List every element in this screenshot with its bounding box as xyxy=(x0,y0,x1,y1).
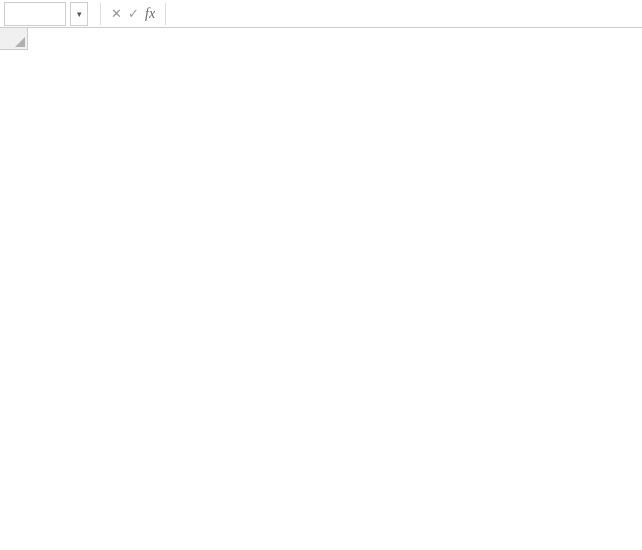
formula-controls: ✕ ✓ fx xyxy=(105,6,161,22)
enter-icon[interactable]: ✓ xyxy=(128,6,139,21)
chevron-down-icon: ▾ xyxy=(77,9,82,19)
divider xyxy=(165,3,166,25)
name-box[interactable] xyxy=(4,2,66,26)
cancel-icon[interactable]: ✕ xyxy=(111,6,122,21)
name-box-dropdown[interactable]: ▾ xyxy=(70,2,88,26)
spreadsheet xyxy=(0,28,642,50)
divider xyxy=(100,3,101,25)
select-all-corner[interactable] xyxy=(0,28,28,50)
fx-icon[interactable]: fx xyxy=(145,6,155,22)
row-headers-col xyxy=(0,28,28,50)
formula-bar: ▾ ✕ ✓ fx xyxy=(0,0,642,28)
